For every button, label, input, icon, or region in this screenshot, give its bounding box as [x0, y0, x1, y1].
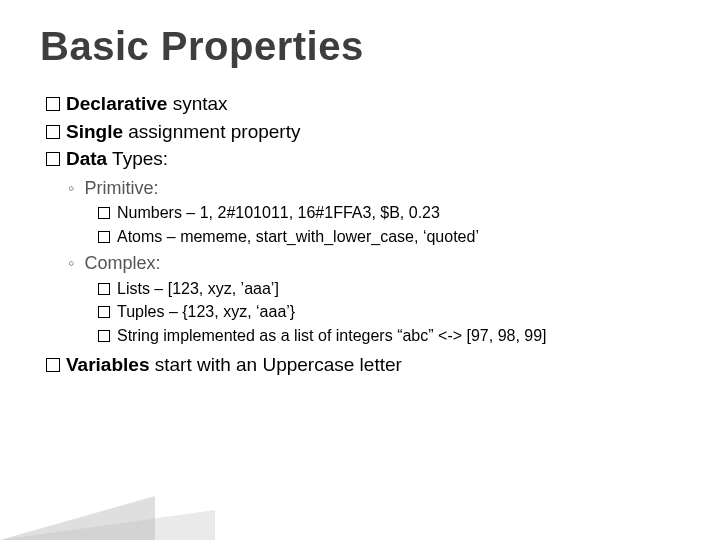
bullet-lead: Declarative — [66, 93, 167, 114]
item-lists: Lists – [123, xyz, ’aaa’] — [98, 278, 680, 300]
subbullet-complex: Complex: — [68, 251, 680, 275]
bullet-rest: Types: — [107, 148, 168, 169]
item-atoms: Atoms – mememe, start_with_lower_case, ‘… — [98, 226, 680, 248]
bullet-rest: start with an Uppercase letter — [149, 354, 401, 375]
bullet-rest: syntax — [167, 93, 227, 114]
bullet-data-types: Data Types: — [46, 146, 680, 172]
square-bullet-icon — [46, 97, 60, 111]
item-text: Lists – [123, xyz, ’aaa’] — [117, 280, 279, 297]
bullet-rest: assignment property — [123, 121, 300, 142]
square-bullet-icon — [98, 306, 110, 318]
bullet-lead: Data — [66, 148, 107, 169]
item-text: Tuples – {123, xyz, ‘aaa’} — [117, 303, 295, 320]
slide-title: Basic Properties — [40, 24, 680, 69]
square-bullet-icon — [46, 125, 60, 139]
square-bullet-icon — [98, 207, 110, 219]
item-text: Numbers – 1, 2#101011, 16#1FFA3, $B, 0.2… — [117, 204, 440, 221]
bullet-variables: Variables start with an Uppercase letter — [46, 352, 680, 378]
bullet-single-assignment: Single assignment property — [46, 119, 680, 145]
decorative-wedge-icon — [0, 496, 155, 540]
item-text: Atoms – mememe, start_with_lower_case, ‘… — [117, 228, 479, 245]
item-tuples: Tuples – {123, xyz, ‘aaa’} — [98, 301, 680, 323]
item-string: String implemented as a list of integers… — [98, 325, 680, 347]
bullet-lead: Single — [66, 121, 123, 142]
item-text: String implemented as a list of integers… — [117, 327, 547, 344]
slide-body: Declarative syntax Single assignment pro… — [40, 91, 680, 378]
bullet-declarative: Declarative syntax — [46, 91, 680, 117]
item-numbers: Numbers – 1, 2#101011, 16#1FFA3, $B, 0.2… — [98, 202, 680, 224]
square-bullet-icon — [98, 231, 110, 243]
bullet-lead: Variables — [66, 354, 149, 375]
square-bullet-icon — [46, 358, 60, 372]
subbullet-primitive: Primitive: — [68, 176, 680, 200]
subbullet-label: Primitive: — [84, 178, 158, 198]
subbullet-label: Complex: — [84, 253, 160, 273]
slide: Basic Properties Declarative syntax Sing… — [0, 0, 720, 540]
square-bullet-icon — [46, 152, 60, 166]
square-bullet-icon — [98, 283, 110, 295]
square-bullet-icon — [98, 330, 110, 342]
